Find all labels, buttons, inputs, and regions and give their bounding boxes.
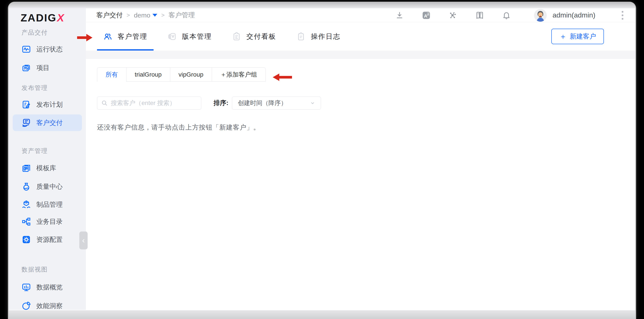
sidebar-section-product-delivery: 产品交付 xyxy=(22,28,48,37)
user-avatar[interactable] xyxy=(534,9,547,22)
customer-delivery-icon xyxy=(22,118,31,128)
sidebar-item-label: 模板库 xyxy=(36,164,56,173)
operation-log-icon xyxy=(296,32,306,41)
search-input[interactable] xyxy=(97,96,201,110)
top-bar: 客户交付 > demo > 客户管理 A文 xyxy=(86,8,635,22)
new-customer-button-label: 新建客户 xyxy=(570,32,596,41)
tab-label: 客户管理 xyxy=(118,32,148,41)
tab-bar: 客户管理 版本管理 交付看板 xyxy=(86,22,635,50)
sidebar-item-efficiency-insight[interactable]: 效能洞察 xyxy=(9,301,86,311)
sidebar-item-label: 数据概览 xyxy=(36,283,63,292)
chevron-left-icon: ‹ xyxy=(82,236,85,245)
breadcrumb-project-label: demo xyxy=(134,11,150,19)
group-tab-all[interactable]: 所有 xyxy=(97,67,126,82)
sidebar-item-label: 质量中心 xyxy=(36,182,63,191)
release-plan-icon xyxy=(22,100,31,109)
quality-center-icon xyxy=(22,182,31,191)
sidebar-item-running-status[interactable]: 运行状态 xyxy=(9,44,86,54)
customer-search xyxy=(97,96,201,110)
tab-label: 交付看板 xyxy=(246,32,276,41)
download-icon[interactable] xyxy=(395,11,404,20)
sidebar-section-data-views: 数据视图 xyxy=(22,265,48,274)
zadigx-logo: ZADIGX xyxy=(20,12,64,24)
sidebar-item-release-plan[interactable]: 发布计划 xyxy=(9,99,86,110)
breadcrumb-project-dropdown[interactable]: demo xyxy=(134,11,157,19)
annotation-arrow-customer-tab xyxy=(77,34,92,41)
search-icon xyxy=(101,100,108,107)
group-tab-add-customer-group[interactable]: ＋添加客户组 xyxy=(212,67,266,82)
sidebar-collapse-handle[interactable]: ‹ xyxy=(79,232,88,249)
business-catalog-icon xyxy=(22,217,31,227)
window-bottom-edge xyxy=(9,310,635,319)
chevron-down-icon xyxy=(309,100,316,106)
window-top-edge xyxy=(9,3,635,8)
sidebar: ZADIGX 产品交付 运行状态 PM 项目 发布管理 发布计 xyxy=(9,8,86,310)
sidebar-item-label: 效能洞察 xyxy=(36,302,63,311)
section-divider-band xyxy=(86,50,635,59)
activity-status-icon xyxy=(22,44,31,54)
plus-icon: ＋ xyxy=(559,31,567,41)
sidebar-item-label: 运行状态 xyxy=(36,45,63,54)
sidebar-item-template-library[interactable]: 模板库 xyxy=(9,163,86,173)
kebab-menu-icon[interactable] xyxy=(622,11,624,20)
resource-config-icon xyxy=(22,235,31,244)
customers-icon xyxy=(103,32,112,41)
sort-label: 排序: xyxy=(214,99,228,107)
group-tab-trialgroup[interactable]: trialGroup xyxy=(126,67,170,82)
caret-down-icon xyxy=(152,14,157,17)
new-customer-button[interactable]: ＋ 新建客户 xyxy=(551,29,604,44)
sidebar-item-projects[interactable]: PM 项目 xyxy=(9,62,86,73)
sidebar-item-label: 发布计划 xyxy=(36,100,63,109)
integrations-icon[interactable] xyxy=(448,11,458,20)
customer-management-panel: 所有 trialGroup vipGroup ＋添加客户组 排序: 创建时间（降… xyxy=(86,59,635,310)
sidebar-item-quality-center[interactable]: 质量中心 xyxy=(9,181,86,192)
breadcrumb-root[interactable]: 客户交付 xyxy=(96,11,123,20)
tab-version-management[interactable]: 版本管理 xyxy=(162,22,218,50)
sidebar-section-release-management: 发布管理 xyxy=(22,84,48,92)
breadcrumb-page: 客户管理 xyxy=(168,11,195,20)
svg-text:文: 文 xyxy=(427,12,430,15)
delivery-board-icon xyxy=(232,32,241,41)
efficiency-insight-icon xyxy=(22,301,31,311)
logo-x: X xyxy=(57,12,64,24)
sidebar-item-artifact-management[interactable]: 制品管理 xyxy=(9,199,86,210)
tab-label: 版本管理 xyxy=(182,32,212,41)
sidebar-item-label: 客户交付 xyxy=(36,118,63,127)
notification-bell-icon[interactable] xyxy=(502,11,511,20)
data-overview-icon xyxy=(22,283,31,292)
logo-text: ZADIG xyxy=(20,12,56,24)
empty-state-message: 还没有客户信息，请手动点击上方按钮「新建客户」。 xyxy=(97,123,635,132)
sidebar-item-label: 项目 xyxy=(36,63,50,72)
sidebar-item-label: 资源配置 xyxy=(36,235,63,244)
sort-select-value: 创建时间（降序） xyxy=(238,99,287,107)
sort-select[interactable]: 创建时间（降序） xyxy=(232,96,321,110)
sidebar-item-customer-delivery[interactable]: 客户交付 xyxy=(13,114,82,131)
template-library-icon xyxy=(22,163,31,173)
breadcrumb-separator: > xyxy=(126,12,130,18)
projects-icon: PM xyxy=(22,63,31,73)
tab-operation-log[interactable]: 操作日志 xyxy=(290,22,347,50)
tab-label: 操作日志 xyxy=(311,32,340,41)
artifact-management-icon xyxy=(22,200,31,209)
app-window: ZADIGX 产品交付 运行状态 PM 项目 发布管理 发布计 xyxy=(9,3,635,319)
annotation-arrow-group-tabs xyxy=(273,73,292,81)
sidebar-item-data-overview[interactable]: 数据概览 xyxy=(9,282,86,293)
translate-icon[interactable]: A文 xyxy=(422,11,431,20)
sidebar-section-asset-management: 资产管理 xyxy=(22,147,48,155)
tab-customer-management[interactable]: 客户管理 xyxy=(97,22,154,50)
docs-icon[interactable] xyxy=(475,11,484,20)
tab-delivery-board[interactable]: 交付看板 xyxy=(226,22,282,50)
sidebar-item-resource-config[interactable]: 资源配置 xyxy=(9,234,86,245)
sidebar-item-label: 业务目录 xyxy=(36,217,63,226)
version-icon xyxy=(168,32,177,41)
sidebar-item-label: 制品管理 xyxy=(36,200,63,209)
breadcrumb-separator: > xyxy=(161,12,164,18)
group-tab-vipgroup[interactable]: vipGroup xyxy=(170,67,212,82)
customer-group-tabs: 所有 trialGroup vipGroup ＋添加客户组 xyxy=(97,67,266,82)
sidebar-item-business-catalog[interactable]: 业务目录 xyxy=(9,216,86,227)
breadcrumb: 客户交付 > demo > 客户管理 xyxy=(96,11,195,20)
user-name[interactable]: admin(admin) xyxy=(552,11,595,19)
